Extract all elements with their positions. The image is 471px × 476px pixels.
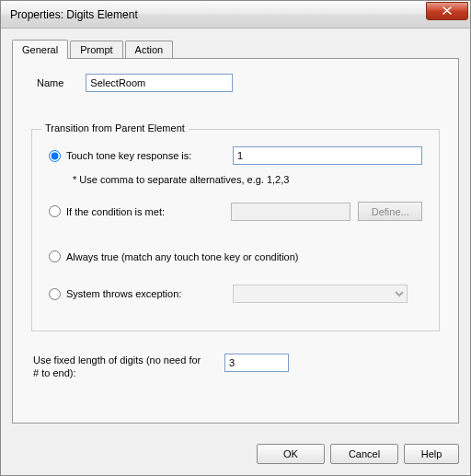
define-button: Define... [358,202,422,221]
tab-prompt[interactable]: Prompt [70,41,122,58]
radio-exception[interactable]: System throws exception: [49,288,233,300]
row-exception: System throws exception: [49,284,422,303]
tab-general[interactable]: General [12,40,68,59]
dialog-window: Properties: Digits Element General Promp… [0,0,471,476]
tab-bar: General Prompt Action [12,38,459,58]
name-label: Name [37,77,63,88]
radio-condition-label: If the condition is met: [66,206,165,217]
radio-always-input[interactable] [49,250,61,262]
row-condition: If the condition is met: Define... [49,202,422,221]
exception-select [233,284,408,303]
radio-exception-input[interactable] [49,288,61,300]
define-button-label: Define... [372,206,409,217]
titlebar: Properties: Digits Element [1,1,470,29]
tab-action[interactable]: Action [125,41,174,58]
radio-condition-input[interactable] [49,205,61,217]
help-button[interactable]: Help [404,444,459,464]
row-fixed-length: Use fixed length of digits (no need for … [33,354,442,380]
close-button[interactable] [426,2,468,20]
window-title: Properties: Digits Element [10,8,138,21]
fixed-length-label: Use fixed length of digits (no need for … [33,354,208,380]
group-title: Transition from Parent Element [41,122,189,134]
row-touchtone: Touch tone key response is: [49,146,422,165]
radio-exception-label: System throws exception: [66,288,181,299]
row-always: Always true (match any touch tone key or… [49,250,422,262]
name-input[interactable] [86,74,233,92]
radio-always-label: Always true (match any touch tone key or… [66,251,299,262]
cancel-button-label: Cancel [349,448,380,459]
tab-panel-general: Name Transition from Parent Element Touc… [12,58,459,424]
close-icon [442,6,452,15]
group-transition: Transition from Parent Element Touch ton… [31,129,440,331]
radio-touchtone-input[interactable] [49,150,61,162]
touchtone-input[interactable] [233,146,422,165]
radio-touchtone-label: Touch tone key response is: [66,150,191,161]
condition-input [231,203,350,221]
ok-button[interactable]: OK [257,444,325,464]
help-button-label: Help [421,448,442,459]
client-area: General Prompt Action Name Transition fr… [1,29,470,435]
row-name: Name [37,74,442,92]
ok-button-label: OK [283,448,298,459]
dialog-buttons: OK Cancel Help [1,435,470,475]
fixed-length-input[interactable] [224,354,289,372]
radio-always[interactable]: Always true (match any touch tone key or… [49,250,299,262]
radio-touchtone[interactable]: Touch tone key response is: [49,150,233,162]
touchtone-hint: * Use comma to separate alternatives, e.… [73,174,422,185]
cancel-button[interactable]: Cancel [330,444,398,464]
radio-condition[interactable]: If the condition is met: [49,205,231,217]
